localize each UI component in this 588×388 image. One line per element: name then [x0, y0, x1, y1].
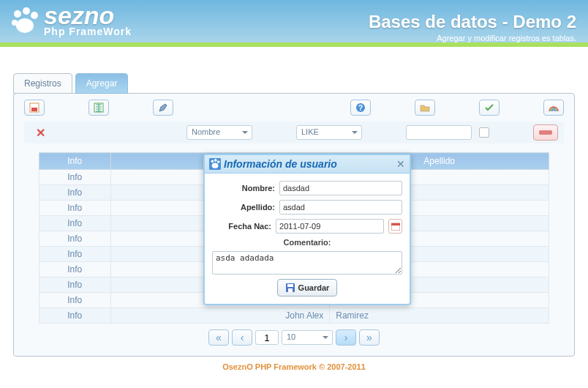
folder-button[interactable]	[415, 100, 435, 116]
svg-text:?: ?	[358, 104, 363, 112]
page-title: Bases de datos - Demo 2	[369, 12, 576, 32]
filter-checkbox[interactable]	[479, 127, 489, 138]
svg-rect-19	[288, 288, 293, 292]
accept-button[interactable]	[479, 100, 500, 116]
svg-point-0	[14, 10, 21, 18]
pager: « ‹ 10 › »	[24, 329, 564, 346]
page-input[interactable]	[255, 330, 279, 345]
rainbow-button[interactable]	[543, 100, 564, 116]
svg-point-13	[217, 160, 220, 163]
logo-subtitle: Php FrameWork	[44, 26, 132, 37]
pdf-icon	[29, 102, 39, 113]
export-xls-button[interactable]	[88, 100, 109, 116]
table-row[interactable]: InfoJohn AlexRamirez	[39, 308, 549, 324]
footer-text: OseznO PHP Framework © 2007-2011	[13, 362, 575, 371]
check-icon	[484, 102, 494, 113]
logo-text: sezno	[44, 5, 132, 26]
edit-button[interactable]	[153, 100, 173, 116]
label-apellido: Apellido:	[212, 203, 275, 212]
svg-rect-16	[391, 223, 400, 225]
filter-value-input[interactable]	[406, 125, 472, 140]
input-apellido[interactable]	[279, 200, 402, 214]
dialog-close-button[interactable]: ✕	[396, 158, 405, 170]
svg-rect-18	[287, 284, 293, 287]
dialog-title: Información de usuario	[224, 158, 337, 170]
filter-field-select[interactable]: Nombre	[186, 125, 252, 140]
input-comentario[interactable]	[212, 251, 402, 275]
user-info-dialog: Información de usuario ✕ Nombre: Apellid…	[203, 154, 411, 305]
cell-info: Info	[39, 201, 111, 216]
export-pdf-button[interactable]	[24, 100, 45, 116]
col-info[interactable]: Info	[39, 153, 111, 170]
clear-filter-button[interactable]: ✕	[30, 126, 51, 140]
svg-point-2	[31, 12, 38, 19]
remove-filter-button[interactable]	[533, 124, 558, 141]
toolbar: ?	[24, 100, 564, 116]
svg-point-12	[214, 159, 217, 162]
tab-registros[interactable]: Registros	[13, 73, 72, 94]
calendar-button[interactable]	[388, 219, 402, 234]
paw-icon	[209, 158, 221, 170]
cell-info: Info	[39, 231, 111, 247]
pencil-icon	[158, 102, 168, 113]
cell-info: Info	[39, 277, 111, 293]
svg-rect-6	[31, 108, 37, 111]
cell-info: Info	[39, 216, 111, 231]
cell-info: Info	[39, 293, 111, 308]
label-comentario: Comentario:	[212, 238, 402, 247]
tab-agregar[interactable]: Agregar	[75, 73, 129, 94]
rainbow-icon	[549, 102, 559, 113]
cell-info: Info	[39, 308, 111, 324]
cell-info: Info	[39, 185, 111, 201]
filter-op-select[interactable]: LIKE	[296, 125, 362, 140]
label-fecha: Fecha Nac:	[212, 222, 271, 231]
save-button[interactable]: Guardar	[277, 279, 338, 296]
help-button[interactable]: ?	[350, 100, 371, 116]
xls-icon	[94, 102, 104, 113]
next-page-button[interactable]: ›	[336, 329, 356, 346]
calendar-icon	[391, 222, 400, 231]
svg-point-14	[212, 163, 219, 168]
cell-info: Info	[39, 262, 111, 277]
svg-point-1	[23, 7, 30, 15]
svg-point-4	[16, 18, 34, 33]
cell-nombre: John Alex	[110, 308, 330, 324]
paw-icon	[9, 5, 41, 37]
save-label: Guardar	[298, 283, 330, 292]
tab-bar: Registros Agregar	[13, 73, 575, 94]
cell-apellido: Ramirez	[330, 308, 549, 324]
dialog-titlebar[interactable]: Información de usuario ✕	[205, 155, 410, 174]
svg-point-11	[211, 160, 214, 163]
folder-icon	[420, 102, 430, 113]
cell-info: Info	[39, 170, 111, 185]
help-icon: ?	[355, 102, 366, 113]
page-size-select[interactable]: 10	[282, 330, 333, 345]
filter-row: ✕ Nombre LIKE	[24, 122, 564, 143]
app-header: sezno Php FrameWork Bases de datos - Dem…	[0, 0, 588, 47]
first-page-button[interactable]: «	[208, 329, 229, 346]
page-subtitle: Agregar y modificar registros es tablas.	[437, 34, 576, 42]
save-icon	[285, 283, 295, 293]
input-nombre[interactable]	[279, 181, 402, 195]
input-fecha[interactable]	[276, 219, 384, 234]
prev-page-button[interactable]: ‹	[232, 329, 252, 346]
cell-info: Info	[39, 247, 111, 262]
last-page-button[interactable]: »	[359, 329, 380, 346]
label-nombre: Nombre:	[212, 184, 275, 193]
